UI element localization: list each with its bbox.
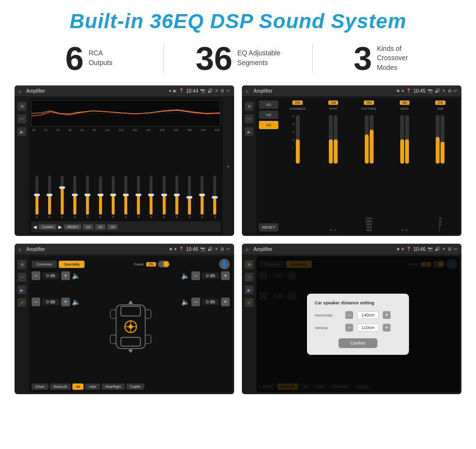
slider-track-5[interactable] [99, 176, 102, 215]
person-icon[interactable]: 👤 [219, 259, 230, 269]
back-icon-3[interactable]: ↩ [226, 247, 230, 251]
audio-bottom-buttons: Driver RearLeft All User RearRight Copil… [32, 383, 230, 390]
volume-icon-3: 🔊 [207, 247, 213, 251]
phat-track-1[interactable] [329, 115, 333, 164]
slider-track-4[interactable] [86, 176, 89, 215]
cutfreq-on[interactable]: ON [364, 100, 374, 105]
tab-common[interactable]: Common [32, 261, 57, 268]
phat-on[interactable]: ON [328, 100, 339, 105]
speaker-icon-3[interactable]: 🔈 [17, 285, 26, 294]
loudness-on[interactable]: ON [292, 100, 303, 105]
loudness-track[interactable] [296, 115, 300, 164]
slider-track-7[interactable] [124, 176, 127, 215]
slider-track-13[interactable] [201, 176, 204, 215]
vol-minus-1[interactable]: − [32, 271, 40, 280]
eq-prev-button[interactable]: ◀ [33, 224, 37, 230]
back-icon-4[interactable]: ↩ [454, 247, 458, 251]
vol-plus-2[interactable]: + [61, 298, 70, 306]
horizontal-plus-btn[interactable]: + [383, 311, 391, 319]
close-icon-2[interactable]: ✕ [442, 88, 446, 93]
reset-btn[interactable]: RESET [259, 223, 278, 232]
bass-labels: F G [402, 229, 408, 232]
vol-plus-4[interactable]: + [221, 298, 230, 306]
eq-u2-button[interactable]: U2 [95, 224, 105, 230]
close-icon-4[interactable]: ✕ [442, 247, 446, 251]
slider-track-6[interactable] [112, 176, 115, 215]
vol-plus-3[interactable]: + [221, 271, 230, 280]
scroll-right-icon[interactable]: » [227, 164, 230, 169]
cutfreq-track-2[interactable] [370, 115, 374, 164]
bass-track-2[interactable] [405, 115, 409, 164]
eq-next-button[interactable]: ▶ [58, 224, 62, 230]
loudness-scale: 64 48 32 16 0 [292, 115, 295, 149]
audio-wave-icon[interactable]: 〰 [17, 115, 26, 123]
close-icon-3[interactable]: ✕ [215, 247, 219, 251]
bass-on[interactable]: ON [400, 100, 410, 105]
phat-track-2[interactable] [334, 115, 338, 164]
back-icon[interactable]: ↩ [226, 88, 230, 93]
fader-switch-track[interactable] [158, 261, 170, 267]
btn-rearright[interactable]: RearRight [102, 383, 125, 390]
slider-track-8[interactable] [137, 176, 140, 215]
confirm-button[interactable]: Confirm [339, 338, 377, 348]
eq-icon-4[interactable]: ⚙ [245, 260, 254, 269]
fader-on-badge[interactable]: ON [146, 262, 156, 266]
slider-track-10[interactable] [163, 176, 166, 215]
audio-wave-icon-3[interactable]: 〰 [17, 273, 26, 282]
slider-track-2[interactable] [61, 176, 64, 215]
vertical-minus-btn[interactable]: − [345, 324, 353, 332]
btn-rearleft[interactable]: RearLeft [50, 383, 71, 390]
cutfreq-track-1[interactable] [365, 115, 369, 164]
home-icon[interactable]: ⌂ [18, 88, 21, 94]
vol-minus-2[interactable]: − [32, 298, 40, 306]
vol-minus-4[interactable]: − [191, 298, 200, 306]
eq-u3-button[interactable]: U3 [107, 224, 118, 230]
btn-user[interactable]: User [85, 383, 100, 390]
slider-track-14[interactable] [213, 176, 216, 215]
btn-all[interactable]: All [72, 383, 84, 390]
slider-val-13: 0 [202, 216, 203, 218]
slider-track-1[interactable] [48, 176, 51, 215]
eq-u1-button[interactable]: U1 [83, 224, 93, 230]
vol-plus-1[interactable]: + [61, 271, 70, 280]
back-icon-2[interactable]: ↩ [454, 88, 458, 93]
slider-track-11[interactable] [175, 176, 178, 215]
tab-specialty[interactable]: Specialty [59, 261, 84, 268]
vol-row-topleft: − 0 dB + 🔈 [32, 271, 90, 280]
slider-track-9[interactable] [150, 176, 153, 215]
crossover-icon-2[interactable]: ⤢ [245, 298, 254, 307]
preset-u1[interactable]: U1 [259, 100, 278, 109]
audio-wave-icon-2[interactable]: 〰 [245, 115, 254, 123]
speaker-icon-4[interactable]: 🔈 [245, 285, 254, 294]
vol-minus-3[interactable]: − [191, 271, 200, 280]
preset-u2[interactable]: U2 [259, 111, 278, 119]
slider-track-3[interactable] [73, 176, 76, 215]
btn-copilot[interactable]: Copilot [126, 383, 145, 390]
slider-track-0[interactable] [35, 176, 38, 215]
eq-icon[interactable]: ⚙ [17, 102, 26, 111]
freq-160: 160 [132, 129, 137, 132]
home-icon-2[interactable]: ⌂ [246, 88, 249, 94]
eq-icon-3[interactable]: ⚙ [17, 260, 26, 269]
close-icon[interactable]: ✕ [215, 88, 219, 93]
home-icon-3[interactable]: ⌂ [18, 247, 21, 252]
sub-on[interactable]: ON [435, 100, 445, 105]
btn-driver[interactable]: Driver [32, 383, 49, 390]
sub-track-1[interactable] [436, 115, 440, 164]
sub-track-2[interactable] [441, 115, 444, 164]
speaker-icon-2[interactable]: 🔈 [245, 127, 254, 136]
speaker-icon[interactable]: 🔈 [17, 127, 26, 136]
vertical-plus-btn[interactable]: + [383, 324, 391, 332]
audio-wave-icon-4[interactable]: 〰 [245, 273, 254, 282]
home-icon-4[interactable]: ⌂ [246, 247, 249, 252]
stat-crossover-label: Kinds ofCrossover Modes [377, 44, 421, 73]
horizontal-minus-btn[interactable]: − [345, 311, 353, 319]
slider-track-12[interactable] [188, 176, 191, 215]
eq-reset-button[interactable]: RESET [64, 224, 81, 230]
preset-u3-active[interactable]: U3 [259, 121, 278, 129]
eq-custom-button[interactable]: Custom [39, 224, 56, 230]
eq-icon-2[interactable]: ⚙ [245, 102, 254, 111]
crossover-icon[interactable]: ⤢ [17, 298, 26, 307]
slider-val-9: 0 [151, 216, 152, 218]
bass-track-1[interactable] [400, 115, 404, 164]
